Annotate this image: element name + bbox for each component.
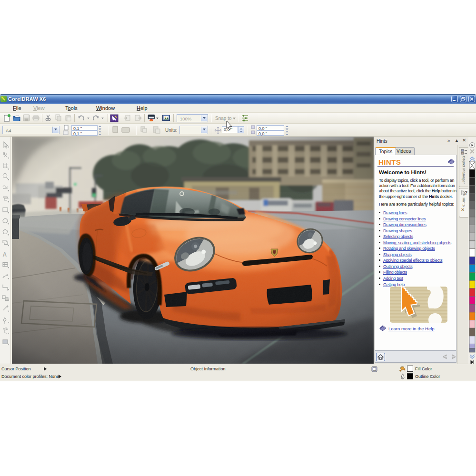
svg-text:A: A xyxy=(3,251,7,258)
svg-text:?: ? xyxy=(465,190,467,196)
